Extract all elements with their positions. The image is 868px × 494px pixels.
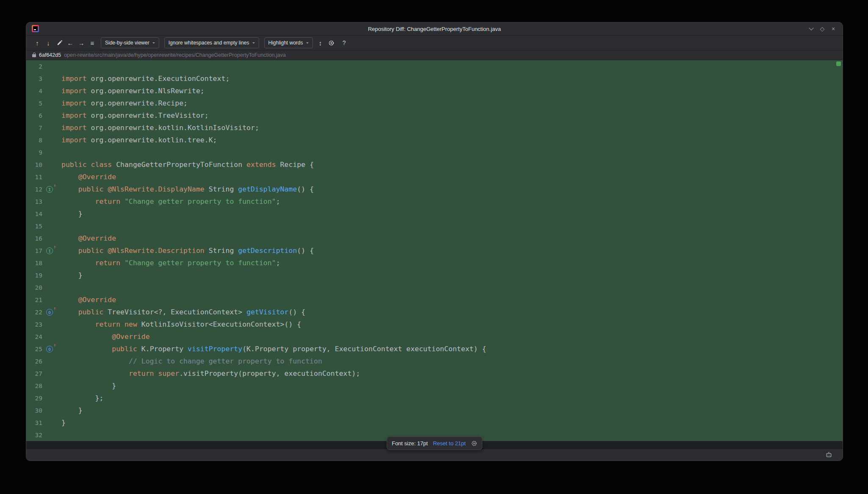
code-text: return "Change getter property to functi… — [61, 197, 280, 205]
line-number: 29 — [26, 395, 42, 402]
code-line: 26 // Logic to change getter property to… — [26, 355, 843, 367]
gutter — [42, 109, 61, 122]
code-text: import org.openrewrite.Recipe; — [61, 99, 188, 107]
close-button[interactable]: × — [828, 24, 838, 34]
viewer-mode-dropdown[interactable]: Side-by-side viewer — [101, 37, 159, 48]
maximize-button[interactable]: ◇ — [817, 24, 827, 34]
whitespace-policy-label: Ignore whitespaces and empty lines — [169, 40, 249, 46]
code-text: } — [61, 382, 116, 390]
line-number: 8 — [26, 137, 42, 144]
gutter — [42, 330, 61, 343]
minimize-button[interactable] — [806, 24, 816, 34]
arrow-up-icon: ↑ — [36, 39, 39, 47]
line-number: 5 — [26, 100, 42, 107]
gutter: O↑ — [42, 306, 61, 318]
gutter — [42, 60, 61, 72]
changed-files-list-button[interactable]: ≡ — [87, 38, 97, 48]
gutter — [42, 380, 61, 392]
window-titlebar[interactable]: Repository Diff: ChangeGetterPropertyToF… — [26, 22, 843, 36]
line-number: 14 — [26, 211, 42, 217]
code-line: 20 — [26, 281, 843, 294]
viewer-mode-label: Side-by-side viewer — [105, 40, 149, 46]
next-change-button[interactable]: ↓ — [43, 38, 53, 48]
commit-hash: 6af642d5 — [39, 52, 61, 58]
code-line: 5import org.openrewrite.Recipe; — [26, 97, 843, 109]
line-number: 3 — [26, 75, 42, 82]
gutter — [42, 85, 61, 97]
lock-icon — [32, 54, 36, 57]
pencil-icon — [56, 40, 63, 46]
diff-settings-button[interactable] — [326, 38, 337, 48]
highlight-mode-label: Highlight words — [268, 40, 303, 46]
line-number: 11 — [26, 174, 42, 180]
chevron-down-icon — [252, 42, 255, 45]
gear-icon[interactable] — [471, 440, 477, 447]
code-text: }; — [61, 394, 103, 402]
edit-source-button[interactable] — [54, 38, 64, 48]
gutter — [42, 404, 61, 416]
line-number: 31 — [26, 419, 42, 426]
code-line: 29 }; — [26, 392, 843, 404]
analysis-status-marker[interactable] — [836, 61, 841, 66]
back-button[interactable]: ← — [65, 38, 75, 48]
code-text: import org.openrewrite.kotlin.KotlinIsoV… — [61, 124, 259, 132]
gutter — [42, 134, 61, 146]
help-button[interactable]: ? — [339, 38, 349, 48]
gutter — [42, 281, 61, 294]
code-line: 19 } — [26, 269, 843, 281]
whitespace-policy-dropdown[interactable]: Ignore whitespaces and empty lines — [164, 37, 259, 48]
code-line: 30 } — [26, 404, 843, 416]
overriding-method-icon[interactable]: O↑ — [46, 309, 53, 316]
code-line: 17I↑ public @NlsRewrite.Description Stri… — [26, 244, 843, 257]
code-text: import org.openrewrite.NlsRewrite; — [61, 87, 205, 95]
line-number: 17 — [26, 247, 42, 254]
code-line: 6import org.openrewrite.TreeVisitor; — [26, 109, 843, 122]
gutter: I↑ — [42, 183, 61, 195]
implementing-method-icon[interactable]: I↑ — [46, 186, 53, 193]
code-line: 24 @Override — [26, 330, 843, 343]
font-size-label: Font size: 17pt — [392, 440, 428, 447]
highlight-mode-dropdown[interactable]: Highlight words — [264, 37, 313, 48]
window-title: Repository Diff: ChangeGetterPropertyToF… — [26, 26, 843, 32]
line-number: 6 — [26, 112, 42, 119]
gutter: O↑ — [42, 343, 61, 355]
code-line: 8import org.openrewrite.kotlin.tree.K; — [26, 134, 843, 146]
line-number: 16 — [26, 235, 42, 242]
line-number: 24 — [26, 333, 42, 340]
code-line: 2 — [26, 60, 843, 72]
code-text: return super.visitProperty(property, exe… — [61, 369, 360, 377]
line-number: 13 — [26, 198, 42, 205]
gutter — [42, 294, 61, 306]
previous-change-button[interactable]: ↑ — [32, 38, 42, 48]
robot-assistant-icon[interactable] — [825, 451, 832, 458]
diff-editor[interactable]: 23import org.openrewrite.ExecutionContex… — [26, 60, 843, 449]
breadcrumb: 6af642d5 open-rewrite/src/main/java/de/h… — [26, 50, 843, 60]
sync-scrolling-button[interactable]: ↕ — [315, 38, 326, 48]
reset-font-size-link[interactable]: Reset to 21pt — [433, 440, 465, 447]
gutter: I↑ — [42, 244, 61, 257]
maximize-icon: ◇ — [820, 25, 825, 32]
chevron-down-icon — [152, 42, 155, 45]
forward-button[interactable]: → — [76, 38, 86, 48]
code-line: 16 @Override — [26, 232, 843, 244]
gutter — [42, 97, 61, 109]
line-number: 19 — [26, 272, 42, 279]
line-number: 20 — [26, 284, 42, 291]
arrow-left-icon: ← — [67, 39, 74, 47]
code-line: 3import org.openrewrite.ExecutionContext… — [26, 72, 843, 85]
code-text: } — [61, 271, 83, 279]
overriding-method-icon[interactable]: O↑ — [46, 346, 53, 352]
help-label: ? — [343, 39, 346, 46]
diff-toolbar: ↑ ↓ ← → ≡ Side-by-side viewer Ignore whi… — [26, 36, 843, 50]
line-number: 26 — [26, 358, 42, 365]
code-text: } — [61, 419, 66, 427]
code-line: 22O↑ public TreeVisitor<?, ExecutionCont… — [26, 306, 843, 318]
gutter — [42, 429, 61, 441]
line-number: 2 — [26, 63, 42, 70]
code-text: public @NlsRewrite.Description String ge… — [61, 247, 314, 255]
code-line: 25O↑ public K.Property visitProperty(K.P… — [26, 343, 843, 355]
line-number: 4 — [26, 88, 42, 94]
repository-diff-window: Repository Diff: ChangeGetterPropertyToF… — [26, 22, 843, 461]
implementing-method-icon[interactable]: I↑ — [46, 247, 53, 254]
code-text: public @NlsRewrite.DisplayName String ge… — [61, 185, 314, 193]
